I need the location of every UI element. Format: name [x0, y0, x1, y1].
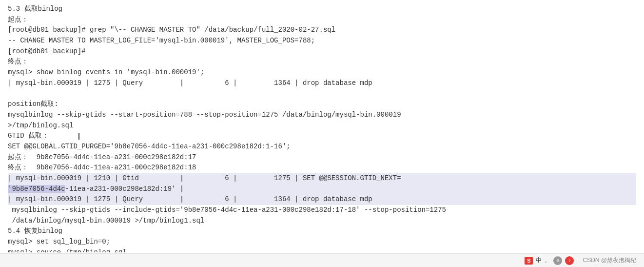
line-2: 起点：: [8, 15, 636, 25]
line-4: -- CHANGE MASTER TO MASTER_LOG_FILE='mys…: [8, 36, 636, 46]
line-7: mysql> show binlog events in 'mysql-bin.…: [8, 67, 636, 78]
chinese-char-1: 中: [536, 256, 542, 265]
main-content: 5.3 截取binlog 起点： [root@db01 backup]# gre…: [0, 0, 644, 252]
line-10: position截取:: [8, 99, 636, 110]
footer-icons: S 中 。 ⊕ ♪ CSDN @熬夜泡枸杞: [525, 256, 636, 265]
line-8: | mysql-bin.000019 | 1275 | Query | 6 | …: [8, 78, 636, 89]
line-23: mysql> set sql_log_bin=0;: [8, 237, 636, 247]
line-5: [root@db01 backup]#: [8, 46, 636, 57]
line-3: [root@db01 backup]# grep "\-- CHANGE MAS…: [8, 25, 636, 36]
punctuation-icon: 。: [545, 256, 550, 265]
csdn-logo: S: [525, 257, 533, 265]
line-15: 起点： 9b8e7056-4d4c-11ea-a231-000c298e182d…: [8, 152, 636, 163]
line-12: >/tmp/binlog.sql: [8, 121, 636, 131]
line-21: /data/binlog/mysql-bin.000019 >/tmp/binl…: [8, 216, 636, 226]
line-17: | mysql-bin.000019 | 1210 | Gtid | 6 | 1…: [8, 173, 636, 184]
line-14: SET @@GLOBAL.GTID_PURGED='9b8e7056-4d4c-…: [8, 142, 636, 152]
line-16: 终点： 9b8e7056-4d4c-11ea-a231-000c298e182d…: [8, 163, 636, 173]
line-18: '9b8e7056-4d4c-11ea-a231-000c298e182d:19…: [8, 184, 636, 195]
mic-icon[interactable]: ♪: [565, 256, 574, 265]
highlight-text: '9b8e7056-4d4c: [8, 185, 65, 193]
line-20: mysqlbinlog --skip-gtids --include-gtids…: [8, 205, 636, 216]
line-6: 终点：: [8, 57, 636, 67]
line-1: 5.3 截取binlog: [8, 4, 636, 15]
footer-bar: S 中 。 ⊕ ♪ CSDN @熬夜泡枸杞: [0, 253, 644, 267]
line-19: | mysql-bin.000019 | 1275 | Query | 6 | …: [8, 194, 636, 205]
line-11: mysqlbinlog --skip-gtids --start-positio…: [8, 110, 636, 121]
line-22: 5.4 恢复binlog: [8, 226, 636, 237]
settings-icon[interactable]: ⊕: [553, 256, 562, 265]
footer-text: CSDN @熬夜泡枸杞: [583, 256, 636, 265]
line-9: [8, 89, 636, 100]
line-13: GTID 截取：: [8, 131, 636, 142]
line-24: mysql> source /tmp/binlog.sql: [8, 247, 636, 252]
